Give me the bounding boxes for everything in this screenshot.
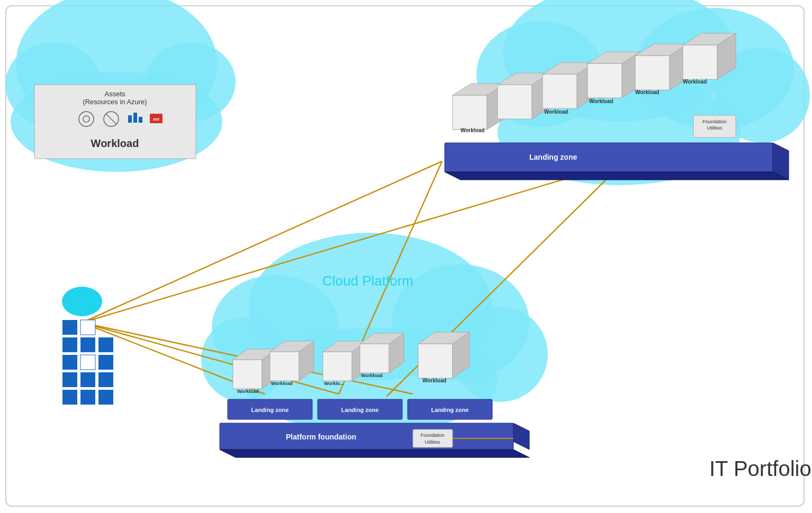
canvas: Landing zone Workload Workload Worklo (0, 0, 812, 513)
outer-border (5, 5, 805, 507)
